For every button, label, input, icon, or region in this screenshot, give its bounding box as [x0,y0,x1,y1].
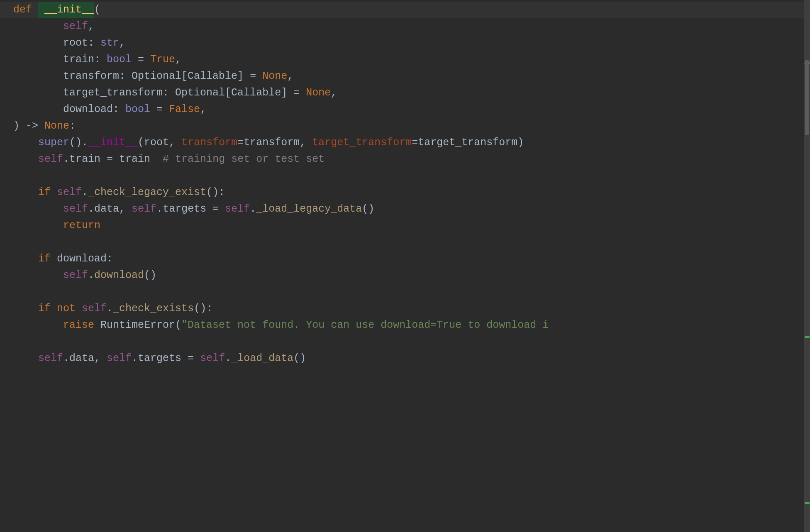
code-line[interactable] [0,334,810,350]
self-token: self [57,186,82,198]
self-token: self [132,203,156,215]
indent [13,220,63,232]
val-train: train [119,153,150,165]
indent [13,87,63,99]
dot: . [250,203,256,215]
type-optional: Optional[Callable] [132,70,244,82]
code-line[interactable]: self.data, self.targets = self._load_leg… [0,201,810,217]
arg-root: root [144,137,169,149]
code-line[interactable]: self.data, self.targets = self._load_dat… [0,350,810,367]
comma: , [331,87,337,99]
code-editor[interactable]: def __init__( self, root: str, train: bo… [0,0,810,532]
param-download: download [63,103,113,115]
code-line[interactable] [0,168,810,184]
minimap-marker-icon [805,502,810,504]
self-token: self [63,269,88,281]
code-line[interactable]: ) -> None: [0,118,810,134]
code-line[interactable]: if self._check_legacy_exist(): [0,184,810,201]
dot: . [132,352,138,364]
method-check-legacy: _check_legacy_exist [88,186,206,198]
equals: = [237,137,244,149]
value-true: True [150,54,175,66]
indent [13,103,63,115]
val-transform: transform [244,137,300,149]
indent [13,54,63,66]
dot: . [82,186,88,198]
call: () [144,269,156,281]
colon: : [163,87,175,99]
param-root: root [63,37,88,49]
dot: . [225,352,231,364]
indent [13,319,63,331]
return-none: None [44,120,69,132]
method-load-legacy: _load_legacy_data [256,203,362,215]
code-line[interactable]: return [0,217,810,234]
spacer [150,153,163,165]
code-line[interactable] [0,284,810,300]
code-line[interactable]: if download: [0,251,810,267]
call-close: (): [194,303,212,315]
attr-data: data [94,203,119,215]
indent [13,352,38,364]
self-token: self [63,20,88,32]
paren: (). [69,137,88,149]
scrollbar-track[interactable] [804,0,810,532]
code-line[interactable]: download: bool = False, [0,101,810,118]
paren-open: ( [138,137,144,149]
paren-open: ( [175,319,181,331]
method-download: download [94,269,144,281]
code-line[interactable]: root: str, [0,35,810,51]
code-line[interactable]: def __init__( [0,2,810,18]
code-line[interactable]: target_transform: Optional[Callable] = N… [0,85,810,101]
value-none: None [306,87,331,99]
self-token: self [63,203,88,215]
equals: = [412,137,418,149]
code-line[interactable]: train: bool = True, [0,51,810,68]
function-name: __init__ [44,2,94,18]
equals: = [287,87,306,99]
dot: . [107,303,113,315]
scrollbar-thumb[interactable] [805,60,809,135]
colon: : [94,54,107,66]
dot: . [88,203,94,215]
cursor-caret [38,2,44,18]
value-false: False [169,103,200,115]
code-line[interactable]: raise RuntimeError("Dataset not found. Y… [0,317,810,334]
cond-download: download [57,253,107,265]
super-call: super [38,137,69,149]
param-train: train [63,54,94,66]
code-line[interactable]: transform: Optional[Callable] = None, [0,68,810,85]
comma: , [287,70,293,82]
indent [13,203,63,215]
equals: = [150,103,169,115]
keyword-raise: raise [63,319,100,331]
self-token: self [82,303,107,315]
exception-name: RuntimeError [100,319,175,331]
call: () [362,203,374,215]
code-line[interactable]: self.train = train # training set or tes… [0,151,810,168]
attr-data: data [69,352,94,364]
paren-open: ( [94,4,100,16]
indent [13,269,63,281]
value-none: None [262,70,287,82]
equals: = [206,203,225,215]
code-line[interactable]: self, [0,18,810,35]
code-line[interactable]: if not self._check_exists(): [0,300,810,317]
code-line[interactable]: self.download() [0,267,810,284]
colon: : [69,120,76,132]
indent [13,186,38,198]
colon: : [107,253,113,265]
keyword-if: if [38,186,57,198]
indent [13,153,38,165]
dot: . [156,203,163,215]
self-token: self [200,352,225,364]
keyword-def: def [13,4,38,16]
equals: = [181,352,200,364]
sep: , [94,352,107,364]
attr-train: train [69,153,100,165]
method-load-data: _load_data [231,352,293,364]
val-target-transform: target_transform [418,137,517,149]
call: () [293,352,306,364]
code-line[interactable]: super().__init__(root, transform=transfo… [0,134,810,151]
code-line[interactable] [0,234,810,251]
